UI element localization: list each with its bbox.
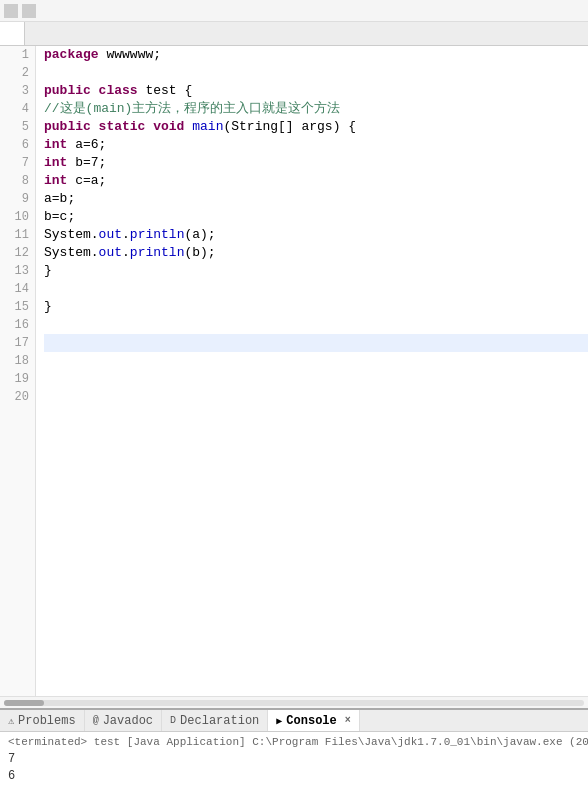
scrollbar-thumb[interactable] — [4, 700, 44, 706]
javadoc-tab-icon: @ — [93, 715, 99, 726]
line-number-18: 18 — [0, 352, 35, 370]
line-number-19: 19 — [0, 370, 35, 388]
code-line-17[interactable] — [44, 334, 588, 352]
code-line-6[interactable]: int a=6; — [44, 136, 588, 154]
console-output-line-0: 7 — [8, 751, 580, 768]
line-number-2: 2 — [0, 64, 35, 82]
line-number-11: 11 — [0, 226, 35, 244]
token-normal: System. — [44, 244, 99, 262]
code-line-16[interactable] — [44, 316, 588, 334]
console-tab-close[interactable]: × — [345, 715, 351, 726]
line-number-5: 5 — [0, 118, 35, 136]
token-normal: (a); — [184, 226, 215, 244]
title-bar-controls — [4, 4, 36, 18]
token-normal: a=6; — [75, 136, 106, 154]
bottom-tab-javadoc[interactable]: @Javadoc — [85, 710, 162, 731]
console-tab-label: Console — [286, 714, 336, 728]
token-normal: test { — [145, 82, 192, 100]
editor-tab[interactable] — [0, 22, 25, 45]
token-method: println — [130, 244, 185, 262]
tab-bar — [0, 22, 588, 46]
line-number-13: 13 — [0, 262, 35, 280]
token-normal: } — [44, 298, 52, 316]
code-line-7[interactable]: int b=7; — [44, 154, 588, 172]
token-normal: c=a; — [75, 172, 106, 190]
bottom-tab-problems[interactable]: ⚠Problems — [0, 710, 85, 731]
token-kw: public class — [44, 82, 145, 100]
line-number-3: 3 — [0, 82, 35, 100]
code-line-14[interactable] — [44, 280, 588, 298]
line-number-4: 4 — [0, 100, 35, 118]
line-number-14: 14 — [0, 280, 35, 298]
token-normal: b=7; — [75, 154, 106, 172]
problems-tab-icon: ⚠ — [8, 715, 14, 727]
minimize-button[interactable] — [4, 4, 18, 18]
code-line-20[interactable] — [44, 388, 588, 406]
token-normal: wwwwww; — [106, 46, 161, 64]
token-method: main — [192, 118, 223, 136]
token-kw: int — [44, 136, 75, 154]
token-kw: int — [44, 172, 75, 190]
token-normal: (b); — [184, 244, 215, 262]
line-numbers: 1234567891011121314151617181920 — [0, 46, 36, 696]
token-kw: package — [44, 46, 106, 64]
code-line-15[interactable]: } — [44, 298, 588, 316]
line-number-9: 9 — [0, 190, 35, 208]
line-number-1: 1 — [0, 46, 35, 64]
bottom-tabs: ⚠Problems@JavadocDDeclaration▶Console× — [0, 710, 588, 732]
code-line-1[interactable]: package wwwwww; — [44, 46, 588, 64]
declaration-tab-icon: D — [170, 715, 176, 726]
token-normal: . — [122, 244, 130, 262]
token-method: out — [99, 226, 122, 244]
token-kw: int — [44, 154, 75, 172]
token-method: println — [130, 226, 185, 244]
token-kw: public static void — [44, 118, 192, 136]
console-terminated-line: <terminated> test [Java Application] C:\… — [8, 734, 580, 751]
bottom-tab-declaration[interactable]: DDeclaration — [162, 710, 268, 731]
line-number-15: 15 — [0, 298, 35, 316]
editor-container: 1234567891011121314151617181920 package … — [0, 46, 588, 696]
bottom-panel: ⚠Problems@JavadocDDeclaration▶Console× <… — [0, 708, 588, 798]
token-normal: } — [44, 262, 52, 280]
line-number-6: 6 — [0, 136, 35, 154]
code-line-4[interactable]: //这是(main)主方法，程序的主入口就是这个方法 — [44, 100, 588, 118]
code-line-12[interactable]: System.out.println(b); — [44, 244, 588, 262]
code-area[interactable]: package wwwwww; public class test {//这是(… — [36, 46, 588, 696]
code-line-11[interactable]: System.out.println(a); — [44, 226, 588, 244]
token-normal: (String[] args) { — [223, 118, 356, 136]
console-tab-icon: ▶ — [276, 715, 282, 727]
code-line-8[interactable]: int c=a; — [44, 172, 588, 190]
code-line-5[interactable]: public static void main(String[] args) { — [44, 118, 588, 136]
code-line-19[interactable] — [44, 370, 588, 388]
token-normal: . — [122, 226, 130, 244]
token-normal: System. — [44, 226, 99, 244]
code-line-18[interactable] — [44, 352, 588, 370]
line-number-10: 10 — [0, 208, 35, 226]
line-number-12: 12 — [0, 244, 35, 262]
token-comment: //这是(main)主方法，程序的主入口就是这个方法 — [44, 100, 340, 118]
line-number-7: 7 — [0, 154, 35, 172]
horizontal-scrollbar[interactable] — [0, 696, 588, 708]
code-line-10[interactable]: b=c; — [44, 208, 588, 226]
title-bar — [0, 0, 588, 22]
scrollbar-track — [4, 700, 584, 706]
console-content: <terminated> test [Java Application] C:\… — [0, 732, 588, 798]
token-normal: a=b; — [44, 190, 75, 208]
code-line-9[interactable]: a=b; — [44, 190, 588, 208]
declaration-tab-label: Declaration — [180, 714, 259, 728]
bottom-tab-console[interactable]: ▶Console× — [268, 710, 359, 731]
code-line-13[interactable]: } — [44, 262, 588, 280]
code-line-3[interactable]: public class test { — [44, 82, 588, 100]
problems-tab-label: Problems — [18, 714, 76, 728]
line-number-20: 20 — [0, 388, 35, 406]
line-number-8: 8 — [0, 172, 35, 190]
console-output-line-1: 6 — [8, 768, 580, 785]
line-number-16: 16 — [0, 316, 35, 334]
maximize-button[interactable] — [22, 4, 36, 18]
token-method: out — [99, 244, 122, 262]
javadoc-tab-label: Javadoc — [103, 714, 153, 728]
line-number-17: 17 — [0, 334, 35, 352]
token-normal: b=c; — [44, 208, 75, 226]
code-line-2[interactable] — [44, 64, 588, 82]
